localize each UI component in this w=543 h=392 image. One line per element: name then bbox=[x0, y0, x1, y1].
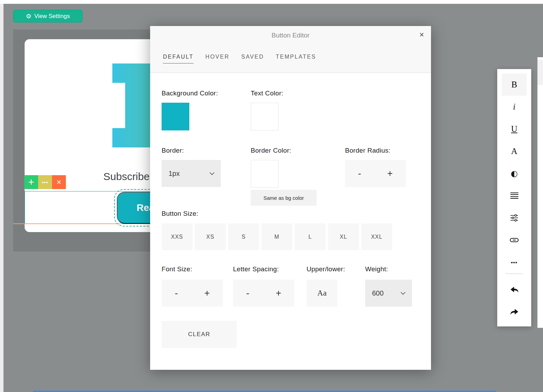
canvas-heading: Subscribe t bbox=[103, 171, 155, 182]
chevron-down-icon bbox=[400, 292, 406, 295]
size-l-button[interactable]: L bbox=[295, 223, 326, 250]
border-radius-label: Border Radius: bbox=[345, 147, 390, 154]
font-size-label: Font Size: bbox=[162, 265, 192, 273]
border-color-swatch[interactable] bbox=[251, 160, 278, 188]
button-editor-modal: Button Editor × DEFAULT HOVER SAVED TEMP… bbox=[150, 26, 431, 370]
size-s-button[interactable]: S bbox=[228, 223, 259, 250]
gear-icon: ⚙ bbox=[26, 13, 32, 19]
size-m-button[interactable]: M bbox=[261, 223, 292, 250]
background-color-label: Background Color: bbox=[162, 90, 218, 97]
page: ⚙ View Settings Subscribe t + ••• × Rea … bbox=[0, 0, 543, 392]
edge-active-box bbox=[537, 60, 543, 85]
link-icon bbox=[510, 237, 519, 243]
border-color-label: Border Color: bbox=[251, 147, 291, 154]
tab-saved[interactable]: SAVED bbox=[241, 54, 264, 63]
clear-button[interactable]: CLEAR bbox=[162, 321, 237, 348]
tab-templates[interactable]: TEMPLATES bbox=[276, 54, 316, 63]
text-color-label: Text Color: bbox=[251, 90, 283, 97]
element-toolbar: + ••• × bbox=[24, 175, 66, 189]
view-settings-label: View Settings bbox=[34, 13, 70, 20]
same-as-bg-button[interactable]: Same as bg color bbox=[251, 190, 317, 206]
border-label: Border: bbox=[162, 147, 184, 154]
size-xxs-button[interactable]: XXS bbox=[162, 223, 192, 250]
settings-sliders-button[interactable] bbox=[497, 207, 531, 229]
font-size-plus-button[interactable]: + bbox=[201, 288, 213, 299]
border-width-select[interactable]: 1px bbox=[162, 160, 221, 187]
selection-line-left bbox=[25, 191, 25, 224]
size-xl-button[interactable]: XL bbox=[328, 223, 359, 250]
redo-icon bbox=[510, 308, 519, 315]
modal-header: Button Editor × DEFAULT HOVER SAVED TEMP… bbox=[150, 26, 431, 73]
bold-button[interactable]: B bbox=[502, 74, 527, 96]
sliders-icon bbox=[510, 213, 519, 222]
tab-default[interactable]: DEFAULT bbox=[163, 54, 193, 63]
border-radius-minus-button[interactable]: - bbox=[355, 168, 365, 179]
button-size-label: Button Size: bbox=[162, 210, 198, 218]
button-size-row: XXS XS S M L XL XXL bbox=[162, 223, 392, 250]
left-edge-strip bbox=[0, 4, 3, 392]
size-xs-button[interactable]: XS bbox=[195, 223, 226, 250]
border-radius-plus-button[interactable]: + bbox=[384, 168, 396, 179]
text-color-swatch[interactable] bbox=[251, 103, 278, 130]
upper-lower-toggle[interactable]: Aa bbox=[307, 280, 337, 307]
letter-spacing-label: Letter Spacing: bbox=[233, 265, 279, 273]
element-options-button[interactable]: ••• bbox=[38, 175, 52, 189]
contrast-icon[interactable]: ◐ bbox=[497, 162, 531, 185]
bold-icon: B bbox=[511, 80, 517, 90]
upper-lower-label: Upper/lower: bbox=[307, 265, 345, 273]
weight-label: Weight: bbox=[365, 265, 388, 273]
font-size-stepper: - + bbox=[162, 280, 223, 307]
font-color-button[interactable]: A bbox=[497, 140, 531, 162]
align-justify-icon bbox=[510, 193, 518, 199]
underline-button[interactable]: U bbox=[497, 118, 531, 140]
border-radius-stepper: - + bbox=[345, 160, 406, 187]
weight-value: 600 bbox=[372, 289, 383, 297]
weight-select[interactable]: 600 bbox=[365, 280, 412, 307]
view-settings-button[interactable]: ⚙ View Settings bbox=[13, 10, 83, 23]
toolbar-divider bbox=[506, 273, 523, 274]
chevron-down-icon bbox=[209, 172, 215, 175]
font-size-minus-button[interactable]: - bbox=[171, 288, 181, 299]
more-options-button[interactable]: ••• bbox=[497, 251, 531, 273]
bottom-selection-line bbox=[33, 391, 496, 392]
text-format-toolbar: B i U A ◐ ••• bbox=[497, 69, 531, 326]
link-button[interactable] bbox=[497, 229, 531, 251]
italic-button[interactable]: i bbox=[497, 96, 531, 118]
redo-button[interactable] bbox=[497, 301, 531, 323]
close-icon[interactable]: × bbox=[420, 30, 424, 40]
tab-hover[interactable]: HOVER bbox=[205, 54, 229, 63]
letter-spacing-plus-button[interactable]: + bbox=[272, 288, 285, 299]
modal-title: Button Editor bbox=[150, 32, 431, 39]
top-strip bbox=[0, 0, 543, 4]
align-justify-button[interactable] bbox=[497, 185, 531, 207]
size-xxl-button[interactable]: XXL bbox=[361, 223, 392, 250]
background-color-swatch[interactable] bbox=[162, 103, 189, 130]
secondary-toolbar-edge bbox=[537, 57, 543, 328]
letter-spacing-minus-button[interactable]: - bbox=[243, 288, 253, 299]
border-width-value: 1px bbox=[169, 170, 180, 178]
modal-tabs: DEFAULT HOVER SAVED TEMPLATES bbox=[163, 54, 316, 63]
undo-icon bbox=[510, 286, 519, 293]
letter-spacing-stepper: - + bbox=[233, 280, 294, 307]
delete-element-button[interactable]: × bbox=[52, 175, 66, 189]
add-element-button[interactable]: + bbox=[24, 175, 38, 189]
undo-button[interactable] bbox=[497, 279, 531, 301]
